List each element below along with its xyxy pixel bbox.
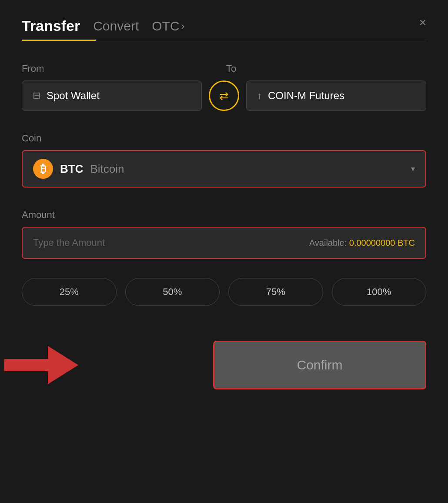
from-to-labels: From To: [22, 63, 426, 74]
btc-icon: ₿: [33, 159, 53, 179]
futures-icon: ↑: [257, 90, 262, 101]
percent-25-button[interactable]: 25%: [22, 278, 117, 306]
to-wallet-selector[interactable]: ↑ COIN-M Futures: [246, 80, 426, 111]
chevron-down-icon: ▾: [411, 164, 415, 174]
red-arrow-icon: [48, 346, 78, 384]
wallet-icon: ⊟: [33, 90, 40, 101]
otc-chevron-icon: ›: [181, 20, 185, 32]
coin-fullname: Bitcoin: [90, 162, 124, 176]
amount-placeholder: Type the Amount: [33, 237, 105, 248]
available-text: Available: 0.00000000 BTC: [309, 238, 415, 248]
header-divider: [22, 41, 426, 41]
amount-input-wrapper[interactable]: Type the Amount Available: 0.00000000 BT…: [22, 227, 426, 259]
to-wallet-name: COIN-M Futures: [268, 90, 344, 102]
tab-convert[interactable]: Convert: [93, 19, 139, 34]
from-label: From: [22, 63, 222, 74]
percent-buttons: 25% 50% 75% 100%: [22, 278, 426, 306]
amount-label: Amount: [22, 209, 426, 221]
confirm-section: Confirm: [22, 341, 426, 389]
available-value: 0.00000000 BTC: [349, 238, 415, 248]
from-to-selectors: ⊟ Spot Wallet ⇄ ↑ COIN-M Futures: [22, 80, 426, 111]
from-wallet-selector[interactable]: ⊟ Spot Wallet: [22, 80, 202, 111]
tab-transfer[interactable]: Transfer: [22, 17, 80, 34]
to-label: To: [222, 63, 426, 74]
coin-selector[interactable]: ₿ BTC Bitcoin ▾: [22, 150, 426, 188]
percent-75-button[interactable]: 75%: [228, 278, 323, 306]
close-button[interactable]: ×: [419, 17, 426, 29]
from-to-section: From To ⊟ Spot Wallet ⇄ ↑ COIN-M Futures: [22, 63, 426, 111]
swap-icon: ⇄: [219, 89, 229, 103]
coin-symbol: BTC: [60, 162, 83, 176]
arrow-indicator: [48, 346, 78, 384]
percent-50-button[interactable]: 50%: [125, 278, 220, 306]
coin-section: Coin ₿ BTC Bitcoin ▾: [22, 133, 426, 188]
transfer-modal: Transfer Convert OTC › × From To ⊟ Spot …: [0, 0, 448, 503]
amount-section: Amount Type the Amount Available: 0.0000…: [22, 209, 426, 259]
swap-button[interactable]: ⇄: [209, 80, 239, 111]
tab-otc[interactable]: OTC ›: [152, 19, 184, 34]
confirm-button[interactable]: Confirm: [213, 341, 426, 389]
from-wallet-name: Spot Wallet: [47, 90, 100, 102]
coin-label: Coin: [22, 133, 426, 144]
percent-100-button[interactable]: 100%: [332, 278, 427, 306]
modal-header: Transfer Convert OTC › ×: [22, 17, 426, 34]
